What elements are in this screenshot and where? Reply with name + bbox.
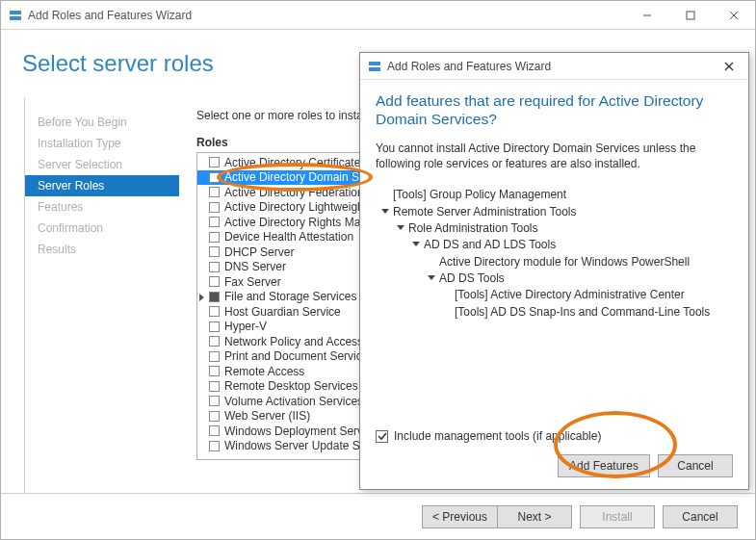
dialog-buttons: Add Features Cancel <box>376 454 733 481</box>
role-label: Print and Document Services <box>224 349 374 363</box>
server-manager-icon <box>368 60 381 73</box>
checkbox-icon[interactable] <box>209 351 220 362</box>
checkbox-icon[interactable] <box>209 157 220 167</box>
role-label: Volume Activation Services <box>224 395 363 408</box>
tree-item[interactable]: Remote Server Administration Tools <box>379 204 733 220</box>
role-label: Device Health Attestation <box>224 230 353 244</box>
tree-item[interactable]: [Tools] AD DS Snap-Ins and Command-Line … <box>379 304 733 321</box>
checkbox-icon[interactable] <box>209 217 220 227</box>
wizard-window: Add Roles and Features Wizard Select ser… <box>0 0 756 540</box>
tree-item[interactable]: [Tools] Group Policy Management <box>379 187 733 203</box>
checkbox-icon[interactable] <box>209 202 220 213</box>
svg-rect-1 <box>10 16 21 20</box>
role-label: DHCP Server <box>224 245 294 259</box>
close-button[interactable] <box>712 1 755 29</box>
role-label: Remote Desktop Services <box>224 379 358 393</box>
role-label: Remote Access <box>224 365 304 378</box>
checkbox-icon[interactable] <box>209 381 220 392</box>
checkbox-icon[interactable] <box>209 366 220 376</box>
checkbox-icon[interactable] <box>209 262 220 272</box>
checkbox-icon[interactable] <box>209 292 220 302</box>
tree-item[interactable]: AD DS and AD LDS Tools <box>379 237 733 253</box>
svg-rect-7 <box>369 67 380 71</box>
role-label: DNS Server <box>224 260 286 273</box>
dialog-body: Add features that are required for Activ… <box>360 80 748 489</box>
tree-item[interactable]: AD DS Tools <box>379 270 733 287</box>
checkbox-icon[interactable] <box>209 425 220 436</box>
step-confirmation[interactable]: Confirmation <box>1 218 179 239</box>
window-title: Add Roles and Features Wizard <box>28 9 192 22</box>
dialog-heading: Add features that are required for Activ… <box>376 91 733 129</box>
next-button[interactable]: Next > <box>497 505 572 528</box>
include-tools-checkbox[interactable] <box>376 430 388 443</box>
tree-item[interactable]: [Tools] Active Directory Administrative … <box>379 287 733 303</box>
tree-item[interactable]: Active Directory module for Windows Powe… <box>379 254 733 270</box>
step-nav-divider <box>24 97 25 493</box>
dialog-cancel-button[interactable]: Cancel <box>658 454 733 477</box>
role-label: Host Guardian Service <box>224 305 341 319</box>
step-before-you-begin[interactable]: Before You Begin <box>1 112 179 133</box>
role-label: Hyper-V <box>224 320 267 333</box>
features-tree: [Tools] Group Policy Management Remote S… <box>376 183 733 425</box>
checkbox-icon[interactable] <box>209 172 220 183</box>
step-server-roles[interactable]: Server Roles <box>25 175 179 196</box>
checkbox-icon[interactable] <box>209 246 220 257</box>
dialog-text: You cannot install Active Directory Doma… <box>376 141 733 171</box>
dialog-titlebar: Add Roles and Features Wizard <box>360 53 748 80</box>
step-results[interactable]: Results <box>1 239 179 260</box>
window-controls <box>625 1 755 29</box>
cancel-button[interactable]: Cancel <box>663 505 738 528</box>
role-label: Web Server (IIS) <box>224 409 310 423</box>
step-nav: Before You Begin Installation Type Serve… <box>1 97 179 493</box>
dialog-title: Add Roles and Features Wizard <box>387 60 551 73</box>
checkbox-icon[interactable] <box>209 187 220 197</box>
checkbox-icon[interactable] <box>209 232 220 243</box>
step-server-selection[interactable]: Server Selection <box>1 154 179 175</box>
checkbox-icon[interactable] <box>209 336 220 347</box>
checkbox-icon[interactable] <box>209 306 220 317</box>
checkbox-icon[interactable] <box>209 396 220 406</box>
tree-item[interactable]: Role Administration Tools <box>379 220 733 237</box>
install-button: Install <box>580 505 655 528</box>
step-features[interactable]: Features <box>1 196 179 218</box>
wizard-footer: < Previous Next > Install Cancel <box>1 493 755 539</box>
include-tools-row[interactable]: Include management tools (if applicable) <box>376 425 733 454</box>
include-tools-label: Include management tools (if applicable) <box>394 429 601 443</box>
titlebar: Add Roles and Features Wizard <box>1 1 755 30</box>
add-features-button[interactable]: Add Features <box>558 454 650 477</box>
dialog-close-button[interactable] <box>716 57 743 76</box>
checkbox-icon[interactable] <box>209 321 220 332</box>
role-label: File and Storage Services <box>224 290 356 303</box>
role-label: Fax Server <box>224 275 281 289</box>
svg-rect-3 <box>687 12 694 19</box>
checkbox-icon[interactable] <box>209 441 220 451</box>
step-installation-type[interactable]: Installation Type <box>1 133 179 154</box>
minimize-button[interactable] <box>625 1 668 29</box>
svg-rect-0 <box>10 11 21 14</box>
checkbox-icon[interactable] <box>209 276 220 287</box>
add-features-dialog: Add Roles and Features Wizard Add featur… <box>359 52 749 490</box>
svg-rect-6 <box>369 62 380 65</box>
previous-button[interactable]: < Previous <box>422 505 497 528</box>
server-manager-icon <box>9 9 22 22</box>
maximize-button[interactable] <box>668 1 712 29</box>
checkbox-icon[interactable] <box>209 411 220 422</box>
page-title: Select server roles <box>22 50 214 77</box>
